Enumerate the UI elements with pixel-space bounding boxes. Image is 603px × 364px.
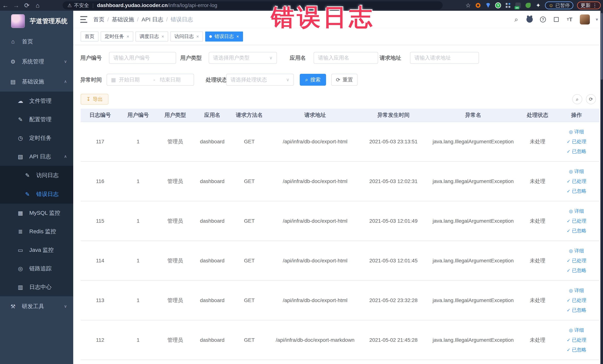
tab-job[interactable]: 定时任务 ×: [101, 32, 133, 42]
toggle-search-button[interactable]: ⌕: [572, 94, 582, 104]
process-status-select[interactable]: 请选择处理状态 ∨: [226, 74, 294, 86]
sidebar-item-log-center[interactable]: ▥ 日志中心: [0, 278, 73, 296]
sidebar-item-trace[interactable]: ◎ 链路追踪: [0, 259, 73, 278]
breadcrumb-error-log[interactable]: / 错误日志: [166, 16, 193, 23]
browser-reload-icon[interactable]: ⟳: [22, 2, 32, 9]
cell-time: 2021-05-03 12:02:31: [362, 162, 425, 201]
browser-toolbar-right: ☆ V on ✦ ☺ 已暂停 更新 ⋮: [465, 0, 601, 11]
tab-error-log[interactable]: 错误日志 ×: [205, 32, 243, 42]
tab-job-log[interactable]: 调度日志 ×: [136, 32, 168, 42]
mark-processed-link[interactable]: ✓已处理: [567, 218, 586, 224]
sidebar-item-access-log[interactable]: ✎ 访问日志: [0, 166, 73, 185]
extension-orange-icon[interactable]: [475, 2, 481, 9]
detail-link[interactable]: ◎详细: [569, 287, 584, 294]
sidebar-item-home[interactable]: ⌂ 首页: [0, 32, 73, 52]
app-name-input[interactable]: [314, 52, 378, 64]
hamburger-icon[interactable]: [80, 16, 87, 23]
extension-blue-shield-icon[interactable]: [485, 2, 491, 9]
extensions-puzzle-icon[interactable]: ✦: [535, 2, 541, 9]
export-button[interactable]: ↧ 导出: [81, 94, 108, 105]
search-icon[interactable]: ⌕: [511, 11, 522, 28]
breadcrumb-home[interactable]: 首页: [93, 16, 104, 23]
address-bar[interactable]: ⚠ 不安全 | dashboard.yudao.iocoder.cn/infra…: [63, 1, 443, 10]
menu-item-icon: ⚙: [9, 59, 17, 65]
sidebar-item-mysql[interactable]: ▦ MySQL 监控: [0, 204, 73, 222]
sidebar-item-file[interactable]: ☁ 文件管理: [0, 92, 73, 110]
mark-processed-link[interactable]: ✓已处理: [567, 297, 586, 304]
detail-link[interactable]: ◎详细: [569, 247, 584, 254]
mark-processed-link[interactable]: ✓已处理: [567, 178, 586, 185]
cell-log-id: 116: [81, 162, 120, 201]
detail-link[interactable]: ◎详细: [569, 129, 584, 135]
bookmark-star-icon[interactable]: ☆: [465, 2, 471, 9]
mark-ignored-link[interactable]: ✓已忽略: [567, 347, 586, 353]
check-icon: ✓: [567, 258, 570, 263]
exception-time-range-picker[interactable]: ▦ 开始日期 - 结束日期: [107, 74, 194, 86]
browser-back-icon[interactable]: ←: [0, 2, 11, 9]
close-icon[interactable]: ×: [236, 34, 239, 39]
menu-item-label: Redis 监控: [29, 228, 56, 235]
detail-link[interactable]: ◎详细: [569, 327, 584, 333]
mark-processed-link[interactable]: ✓已处理: [567, 337, 586, 343]
mark-ignored-link[interactable]: ✓已忽略: [567, 307, 586, 313]
close-icon[interactable]: ×: [127, 34, 129, 39]
user-id-label: 用户编号: [80, 52, 102, 64]
github-icon[interactable]: [524, 11, 535, 28]
sidebar-item-config[interactable]: ✎ 配置管理: [0, 110, 73, 129]
extension-grid-icon[interactable]: [505, 2, 511, 9]
mark-ignored-link[interactable]: ✓已忽略: [567, 188, 586, 194]
detail-link[interactable]: ◎详细: [569, 168, 584, 175]
not-secure-label: 不安全: [74, 2, 89, 9]
sidebar-item-job[interactable]: ◷ 定时任务: [0, 129, 73, 147]
sidebar-item-redis[interactable]: ≣ Redis 监控: [0, 222, 73, 241]
extension-on-badge-icon[interactable]: on: [515, 2, 521, 9]
mark-ignored-link[interactable]: ✓已忽略: [567, 267, 586, 274]
col-method: 请求方法名: [231, 109, 268, 122]
tab-home[interactable]: 首页: [81, 32, 98, 42]
extension-leaf-icon[interactable]: [525, 2, 531, 9]
browser-forward-icon[interactable]: →: [11, 2, 22, 9]
mark-processed-link[interactable]: ✓已处理: [567, 257, 586, 264]
font-size-icon[interactable]: TT: [564, 11, 575, 28]
fullscreen-icon[interactable]: [551, 11, 561, 28]
menu-item-icon: ▥: [16, 284, 24, 290]
breadcrumb-infra[interactable]: / 基础设施: [107, 16, 134, 23]
user-avatar[interactable]: [579, 11, 590, 28]
sidebar-item-api-log[interactable]: ▧ API 日志 ∧: [0, 147, 73, 166]
sidebar-item-dev-tools[interactable]: ⚒ 研发工具 ∨: [0, 296, 73, 316]
browser-menu-icon[interactable]: ⋮: [592, 3, 597, 8]
browser-home-icon[interactable]: ⌂: [32, 2, 43, 9]
scrollbar-thumb[interactable]: [601, 13, 603, 80]
search-button[interactable]: ⌕ 搜索: [300, 74, 326, 86]
sidebar-item-error-log[interactable]: ✎ 错误日志: [0, 185, 73, 204]
close-icon[interactable]: ×: [162, 34, 164, 39]
mark-processed-link[interactable]: ✓已处理: [567, 138, 586, 145]
close-icon[interactable]: ×: [196, 34, 199, 39]
paused-badge[interactable]: ☺ 已暂停: [545, 1, 573, 9]
user-id-input[interactable]: [109, 52, 176, 64]
cell-app-name: dashboard: [194, 122, 231, 161]
app-name-label: 应用名: [290, 52, 306, 64]
cell-url: /api/infra/db-doc/export-html: [268, 281, 362, 320]
menu-item-icon: ⚒: [9, 303, 17, 310]
check-icon: ✓: [567, 268, 570, 273]
mark-ignored-link[interactable]: ✓已忽略: [567, 148, 586, 155]
reset-button[interactable]: ⟳ 重置: [331, 74, 358, 86]
detail-link[interactable]: ◎详细: [569, 208, 584, 214]
breadcrumb-api-log[interactable]: / API 日志: [137, 16, 163, 23]
sidebar-item-java[interactable]: ▭ Java 监控: [0, 241, 73, 259]
mark-ignored-link[interactable]: ✓已忽略: [567, 227, 586, 234]
browser-update-button[interactable]: 更新 ⋮: [577, 1, 601, 9]
extension-green-check-icon[interactable]: V: [495, 2, 501, 9]
user-type-select[interactable]: 请选择用户类型 ∨: [209, 52, 277, 64]
refresh-button[interactable]: ⟳: [586, 94, 596, 104]
check-icon: ✓: [567, 308, 570, 313]
tab-access-log[interactable]: 访问日志 ×: [170, 32, 203, 42]
sidebar-item-system[interactable]: ⚙ 系统管理 ∨: [0, 52, 73, 71]
table-row: 112 1 管理员 dashboard GET /api/infra/db-do…: [81, 320, 600, 360]
sidebar-item-infra[interactable]: ▤ 基础设施 ∧: [0, 71, 73, 92]
request-url-input[interactable]: [410, 52, 479, 64]
page-scrollbar[interactable]: [600, 11, 603, 364]
help-icon[interactable]: ?: [538, 11, 548, 28]
avatar-caret-icon[interactable]: ▾: [593, 11, 601, 28]
